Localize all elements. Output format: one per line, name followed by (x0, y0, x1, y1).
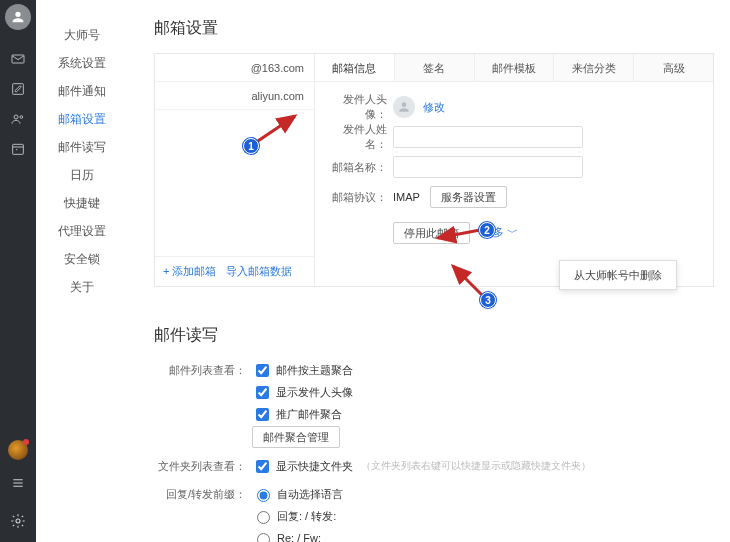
radio-auto[interactable]: 自动选择语言 (252, 484, 343, 504)
nav-item-about[interactable]: 关于 (36, 274, 128, 300)
sender-name-input[interactable] (393, 126, 583, 148)
tab-template[interactable]: 邮件模板 (475, 54, 555, 81)
proto-value: IMAP (393, 191, 420, 203)
check-quick-folder-box[interactable] (256, 460, 269, 473)
radio-cn-input[interactable] (257, 511, 270, 524)
mailbox-panel: @163.com aliyun.com + 添加邮箱 导入邮箱数据 邮箱信息 签… (154, 53, 714, 287)
folder-hint: （文件夹列表右键可以快捷显示或隐藏快捷文件夹） (361, 456, 591, 476)
mailbox-title: 邮箱设置 (154, 18, 712, 39)
change-avatar-link[interactable]: 修改 (423, 100, 445, 115)
import-mailbox-link[interactable]: 导入邮箱数据 (226, 264, 292, 279)
annotation-badge-3: 3 (480, 292, 496, 308)
gear-icon (10, 513, 26, 529)
person-icon (397, 100, 411, 114)
rail-mail[interactable] (0, 44, 36, 74)
boxname-label: 邮箱名称： (329, 160, 393, 175)
radio-en[interactable]: Re: / Fw: (252, 528, 343, 542)
proto-label: 邮箱协议： (329, 190, 393, 205)
check-avatar[interactable]: 显示发件人头像 (252, 382, 353, 402)
detail-column: 邮箱信息 签名 邮件模板 来信分类 高级 发件人头像： 修改 发件人姓名： (315, 54, 713, 286)
add-mailbox-link[interactable]: + 添加邮箱 (163, 264, 216, 279)
svg-rect-0 (12, 55, 24, 63)
rail-app-icon[interactable] (8, 440, 28, 460)
nav-item-proxy[interactable]: 代理设置 (36, 218, 128, 244)
rail-calendar[interactable] (0, 134, 36, 164)
rail-compose[interactable] (0, 74, 36, 104)
boxname-input[interactable] (393, 156, 583, 178)
nav-item-lock[interactable]: 安全锁 (36, 246, 128, 272)
menu-icon (10, 475, 26, 491)
check-thread[interactable]: 邮件按主题聚合 (252, 360, 353, 380)
nav-item-master[interactable]: 大师号 (36, 22, 128, 48)
sender-avatar (393, 96, 415, 118)
detail-tabs: 邮箱信息 签名 邮件模板 来信分类 高级 (315, 54, 713, 82)
mailbox-form: 发件人头像： 修改 发件人姓名： 邮箱名称： 邮箱协议： IMAP (315, 82, 713, 248)
readwrite-section: 邮件读写 邮件列表查看： 邮件按主题聚合 显示发件人头像 推广邮件聚合 邮件聚合… (154, 325, 712, 542)
nav-item-mailbox[interactable]: 邮箱设置 (36, 106, 128, 132)
svg-rect-1 (13, 84, 24, 95)
main-content: 邮箱设置 @163.com aliyun.com + 添加邮箱 导入邮箱数据 邮… (128, 0, 730, 542)
check-promo-box[interactable] (256, 408, 269, 421)
nav-item-calendar[interactable]: 日历 (36, 162, 128, 188)
radio-auto-input[interactable] (257, 489, 270, 502)
rail-settings[interactable] (0, 506, 36, 536)
check-quick-folder[interactable]: 显示快捷文件夹 （文件夹列表右键可以快捷显示或隐藏快捷文件夹） (252, 456, 591, 476)
account-item-aliyun[interactable]: aliyun.com (155, 82, 314, 110)
contacts-icon (10, 111, 26, 127)
aggregate-manage-button[interactable]: 邮件聚合管理 (252, 426, 340, 448)
person-icon (10, 9, 26, 25)
tab-advanced[interactable]: 高级 (634, 54, 713, 81)
compose-icon (10, 81, 26, 97)
account-list: @163.com aliyun.com + 添加邮箱 导入邮箱数据 (155, 54, 315, 286)
check-thread-box[interactable] (256, 364, 269, 377)
tab-signature[interactable]: 签名 (395, 54, 475, 81)
account-footer: + 添加邮箱 导入邮箱数据 (155, 256, 314, 286)
nav-item-system[interactable]: 系统设置 (36, 50, 128, 76)
settings-nav: 大师号 系统设置 邮件通知 邮箱设置 邮件读写 日历 快捷键 代理设置 安全锁 … (36, 0, 128, 542)
tab-info[interactable]: 邮箱信息 (315, 54, 395, 81)
account-item-163[interactable]: @163.com (155, 54, 314, 82)
dropdown-remove-account[interactable]: 从大师帐号中删除 (560, 261, 676, 289)
folder-view-label: 文件夹列表查看： (154, 456, 252, 476)
name-label: 发件人姓名： (329, 122, 393, 152)
nav-item-notify[interactable]: 邮件通知 (36, 78, 128, 104)
disable-mailbox-button[interactable]: 停用此邮箱 (393, 222, 470, 244)
tab-classify[interactable]: 来信分类 (554, 54, 634, 81)
server-settings-button[interactable]: 服务器设置 (430, 186, 507, 208)
check-promo[interactable]: 推广邮件聚合 (252, 404, 353, 424)
nav-item-shortcut[interactable]: 快捷键 (36, 190, 128, 216)
radio-en-input[interactable] (257, 533, 270, 542)
more-dropdown: 从大师帐号中删除 (559, 260, 677, 290)
rail-contacts[interactable] (0, 104, 36, 134)
readwrite-title: 邮件读写 (154, 325, 712, 346)
svg-point-5 (16, 519, 20, 523)
radio-cn[interactable]: 回复: / 转发: (252, 506, 343, 526)
nav-item-readwrite[interactable]: 邮件读写 (36, 134, 128, 160)
svg-point-3 (20, 116, 23, 119)
calendar-icon (10, 141, 26, 157)
svg-point-2 (14, 115, 18, 119)
avatar-label: 发件人头像： (329, 92, 393, 122)
annotation-badge-2: 2 (479, 222, 495, 238)
check-avatar-box[interactable] (256, 386, 269, 399)
mail-icon (10, 51, 26, 67)
rail-menu[interactable] (0, 468, 36, 498)
user-avatar[interactable] (5, 4, 31, 30)
reply-prefix-label: 回复/转发前缀： (154, 484, 252, 504)
app-rail (0, 0, 36, 542)
list-view-label: 邮件列表查看： (154, 360, 252, 380)
annotation-badge-1: 1 (243, 138, 259, 154)
svg-rect-4 (13, 144, 24, 154)
